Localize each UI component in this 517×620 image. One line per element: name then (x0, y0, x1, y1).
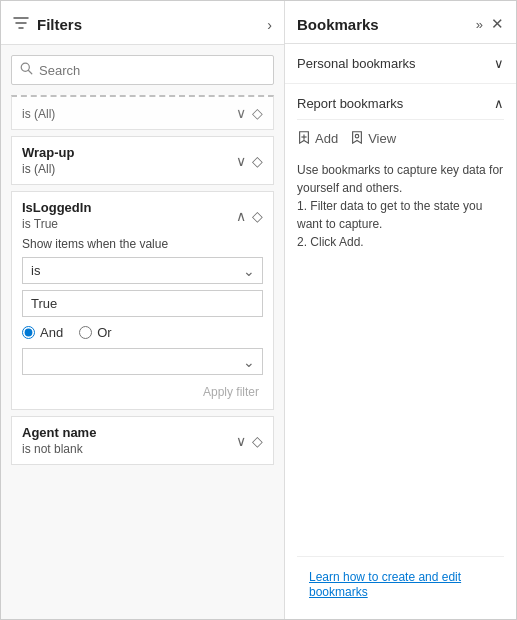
search-icon (20, 62, 33, 78)
second-select-wrapper (22, 348, 263, 375)
apply-filter-button[interactable]: Apply filter (199, 383, 263, 401)
wrap-up-title: Wrap-up (22, 145, 74, 160)
svg-point-4 (355, 134, 359, 138)
radio-or-input[interactable] (79, 326, 92, 339)
filter-icon (13, 15, 29, 34)
agent-name-title: Agent name (22, 425, 96, 440)
second-condition-select[interactable] (22, 348, 263, 375)
search-box (11, 55, 274, 85)
filter-expanded-content: Show items when the value is is not And (22, 237, 263, 401)
report-bookmarks-header[interactable]: Report bookmarks ∧ (297, 92, 504, 120)
filter-card-partial: is (All) ∨ ◇ (11, 95, 274, 130)
personal-chevron-down-icon[interactable]: ∨ (494, 56, 504, 71)
filter-show-label: Show items when the value (22, 237, 263, 251)
condition-select-wrapper: is is not (22, 257, 263, 284)
wrap-up-chevron-icon[interactable]: ∨ (236, 153, 246, 169)
agent-name-subtitle: is not blank (22, 442, 96, 456)
partial-card-icons: ∨ ◇ (236, 105, 263, 121)
filters-expand-icon[interactable]: › (267, 17, 272, 33)
radio-or-option[interactable]: Or (79, 325, 111, 340)
view-bookmark-icon (350, 130, 364, 147)
partial-chevron-icon[interactable]: ∨ (236, 105, 246, 121)
is-logged-in-chevron-up-icon[interactable]: ∧ (236, 208, 246, 224)
is-logged-in-subtitle: is True (22, 217, 91, 231)
double-chevron-icon[interactable]: » (476, 17, 483, 32)
report-bookmarks-actions: Add View (297, 128, 504, 149)
is-logged-in-title: IsLoggedIn (22, 200, 91, 215)
filter-value-input[interactable] (22, 290, 263, 317)
close-icon[interactable]: ✕ (491, 15, 504, 33)
report-bookmarks-label: Report bookmarks (297, 96, 403, 111)
personal-bookmarks-header[interactable]: Personal bookmarks ∨ (297, 52, 504, 75)
view-bookmark-button[interactable]: View (350, 128, 396, 149)
report-bookmarks-section: Report bookmarks ∧ Add (285, 84, 516, 619)
filters-header: Filters › (1, 1, 284, 45)
add-bookmark-icon (297, 130, 311, 147)
personal-bookmarks-section: Personal bookmarks ∨ (285, 44, 516, 84)
svg-line-1 (29, 71, 32, 74)
wrap-up-icons: ∨ ◇ (236, 153, 263, 169)
add-bookmark-button[interactable]: Add (297, 128, 338, 149)
partial-card-subtitle: is (All) (22, 107, 55, 121)
bookmarks-header: Bookmarks » ✕ (285, 1, 516, 44)
report-chevron-up-icon[interactable]: ∧ (494, 96, 504, 111)
filter-card-is-logged-in: IsLoggedIn is True ∧ ◇ Show items when t… (11, 191, 274, 410)
radio-group: And Or (22, 325, 263, 340)
filters-title: Filters (37, 16, 82, 33)
filters-header-left: Filters (13, 15, 82, 34)
radio-and-label: And (40, 325, 63, 340)
bookmarks-title: Bookmarks (297, 16, 379, 33)
search-input[interactable] (39, 63, 265, 78)
view-bookmark-label: View (368, 131, 396, 146)
agent-name-chevron-icon[interactable]: ∨ (236, 433, 246, 449)
radio-or-label: Or (97, 325, 111, 340)
bookmarks-footer: Learn how to create and edit bookmarks (297, 556, 504, 611)
filters-content: is (All) ∨ ◇ Wrap-up is (All) ∨ (1, 93, 284, 619)
wrap-up-subtitle: is (All) (22, 162, 74, 176)
agent-name-icons: ∨ ◇ (236, 433, 263, 449)
personal-bookmarks-label: Personal bookmarks (297, 56, 416, 71)
add-bookmark-label: Add (315, 131, 338, 146)
bookmarks-link[interactable]: Learn how to create and edit bookmarks (309, 570, 461, 599)
bookmarks-info: Use bookmarks to capture key data for yo… (297, 161, 504, 556)
filters-panel: Filters › is (All) (1, 1, 285, 619)
partial-eraser-icon[interactable]: ◇ (252, 105, 263, 121)
filter-card-agent-name: Agent name is not blank ∨ ◇ (11, 416, 274, 465)
condition-select[interactable]: is is not (22, 257, 263, 284)
bookmarks-header-icons: » ✕ (476, 15, 504, 33)
radio-and-option[interactable]: And (22, 325, 63, 340)
is-logged-in-eraser-icon[interactable]: ◇ (252, 208, 263, 224)
is-logged-in-icons: ∧ ◇ (236, 208, 263, 224)
bookmarks-panel: Bookmarks » ✕ Personal bookmarks ∨ Repor… (285, 1, 516, 619)
wrap-up-eraser-icon[interactable]: ◇ (252, 153, 263, 169)
agent-name-eraser-icon[interactable]: ◇ (252, 433, 263, 449)
radio-and-input[interactable] (22, 326, 35, 339)
bookmarks-info-text: Use bookmarks to capture key data for yo… (297, 163, 503, 249)
filter-card-wrap-up: Wrap-up is (All) ∨ ◇ (11, 136, 274, 185)
